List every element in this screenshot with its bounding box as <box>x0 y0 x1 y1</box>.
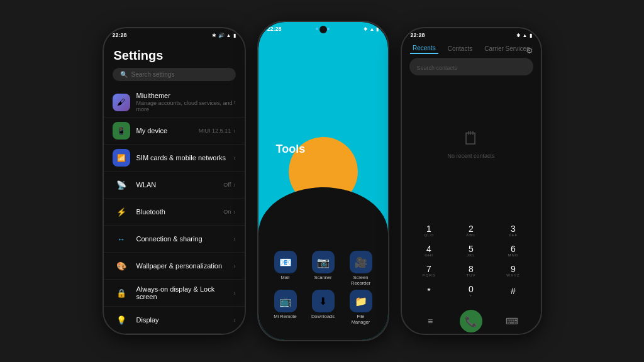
battery-icon-3: ▮ <box>530 33 532 38</box>
key-5-letters: JKL <box>467 253 475 257</box>
miuithemer-text: Miuithemer Manage accounts, cloud servic… <box>136 92 234 112</box>
app-screen-recorder[interactable]: 🎥 ScreenRecorder <box>346 251 376 286</box>
key-5-number: 5 <box>469 244 474 253</box>
dialpad-key-3[interactable]: 3 DEF <box>498 222 528 239</box>
dialpad-key-8[interactable]: 8 TUV <box>456 262 486 280</box>
miuithemer-title: Miuithemer <box>136 92 234 99</box>
wlan-icon: 📡 <box>113 176 130 194</box>
display-text: Display <box>136 316 234 324</box>
dialpad-key-star[interactable]: * <box>414 282 444 300</box>
wlan-text: WLAN <box>136 181 224 189</box>
sim-text: SIM cards & mobile networks <box>136 154 234 162</box>
device-title: My device <box>136 127 199 134</box>
phone-tabs: Recents Contacts Carrier Services <box>402 41 541 58</box>
app-scanner[interactable]: 📷 Scanner <box>308 251 338 286</box>
app-downloads[interactable]: ⬇ Downloads <box>308 290 338 325</box>
status-time-3: 22:28 <box>411 32 425 38</box>
battery-icon-2: ▮ <box>376 26 379 32</box>
key-0-letters: + <box>470 293 473 297</box>
dot-1 <box>316 28 318 30</box>
dialpad-key-2[interactable]: 2 ABC <box>456 222 486 239</box>
filemanager-icon: 📁 <box>350 290 372 312</box>
key-8-number: 8 <box>469 265 474 273</box>
miuithemer-icon: 🖌 <box>113 94 130 111</box>
dialpad-key-1[interactable]: 1 QLO <box>414 222 444 239</box>
settings-item-sim[interactable]: 📶 SIM cards & mobile networks › <box>104 145 245 172</box>
bt-icon-3: ✱ <box>516 33 521 38</box>
aod-text: Always-on display & Lock screen <box>136 285 234 300</box>
contacts-search-bar[interactable]: Search contacts <box>409 58 533 75</box>
settings-gear-icon[interactable]: ⚙ <box>526 46 533 55</box>
settings-item-connection[interactable]: ↔ Connection & sharing › <box>104 226 245 253</box>
settings-item-bluetooth[interactable]: ⚡ Bluetooth On › <box>104 199 245 226</box>
dialpad-key-4[interactable]: 4 GHI <box>414 242 444 260</box>
key-9-number: 9 <box>511 265 516 273</box>
settings-search-bar[interactable]: 🔍 Search settings <box>113 68 236 81</box>
tools-label: Tools <box>276 143 306 156</box>
tab-contacts[interactable]: Contacts <box>445 44 475 53</box>
dialpad-row-2: 4 GHI 5 JKL 6 MNO <box>408 242 535 260</box>
settings-item-mydevice[interactable]: 📱 My device MIUI 12.5.11 › <box>104 118 245 145</box>
filemanager-label: FileManager <box>352 314 370 325</box>
no-recents-text: No recent contacts <box>447 153 494 159</box>
settings-item-aod[interactable]: 🔒 Always-on display & Lock screen › <box>104 280 245 307</box>
sim-title: SIM cards & mobile networks <box>136 154 234 162</box>
search-icon: 🔍 <box>120 71 128 78</box>
dialpad-row-3: 7 PQRS 8 TUV 9 WXYZ <box>408 262 535 280</box>
aod-arrow: › <box>233 290 235 297</box>
dialpad-row-4: * 0 + # <box>408 282 535 300</box>
dialpad-key-0[interactable]: 0 + <box>456 282 486 300</box>
search-placeholder: Search settings <box>131 71 175 78</box>
sim-arrow: › <box>233 155 235 162</box>
status-icons-2: ✱ ▲ ▮ <box>364 26 379 32</box>
settings-item-wallpaper[interactable]: 🎨 Wallpaper & personalization › <box>104 253 245 280</box>
settings-item-display[interactable]: 💡 Display › <box>104 307 245 334</box>
app-mi-remote[interactable]: 📺 Mi Remote <box>270 290 301 325</box>
settings-item-wlan[interactable]: 📡 WLAN Off › <box>104 172 245 199</box>
dialpad-key-5[interactable]: 5 JKL <box>456 242 486 260</box>
key-hash-number: # <box>511 287 516 295</box>
display-arrow: › <box>233 317 235 324</box>
connection-text: Connection & sharing <box>136 235 234 243</box>
recorder-label: ScreenRecorder <box>351 275 370 286</box>
dialpad-key-9[interactable]: 9 WXYZ <box>498 262 528 280</box>
status-bar-3: 22:28 ✱ ▲ ▮ <box>402 28 541 41</box>
key-2-letters: ABC <box>466 233 475 237</box>
status-icons-1: ✱ 🔊 ▲ ▮ <box>212 33 236 38</box>
key-8-letters: TUV <box>467 273 476 277</box>
aod-icon: 🔒 <box>113 284 130 302</box>
phone-settings: 22:28 ✱ 🔊 ▲ ▮ Settings 🔍 Search settings… <box>103 27 246 335</box>
key-4-letters: GHI <box>425 253 433 257</box>
dialpad-key-hash[interactable]: # <box>498 282 528 300</box>
menu-button[interactable]: ≡ <box>415 312 445 330</box>
signal-icon-2: ▲ <box>370 26 375 32</box>
dialpad-key-7[interactable]: 7 PQRS <box>414 262 444 280</box>
app-file-manager[interactable]: 📁 FileManager <box>346 290 376 325</box>
battery-icon: ▮ <box>233 33 236 38</box>
scanner-label: Scanner <box>314 275 332 280</box>
device-arrow: › <box>233 128 235 134</box>
menu-icon: ≡ <box>428 316 433 326</box>
dialpad-key-6[interactable]: 6 MNO <box>498 242 528 260</box>
call-button[interactable]: 📞 <box>460 310 482 332</box>
keyboard-button[interactable]: ⌨ <box>497 312 527 330</box>
tab-recents[interactable]: Recents <box>410 43 438 54</box>
remote-label: Mi Remote <box>274 314 296 319</box>
phone-home: 22:28 ✱ ▲ ▮ Tools 📧 Mail <box>257 21 389 341</box>
wifi-icon: ▲ <box>226 33 231 38</box>
key-7-letters: PQRS <box>422 273 435 277</box>
bluetooth-value: On <box>223 209 231 215</box>
key-9-letters: WXYZ <box>506 273 519 277</box>
signal-icon: 🔊 <box>218 33 225 38</box>
tab-carrier-services[interactable]: Carrier Services <box>482 44 532 53</box>
wallpaper-text: Wallpaper & personalization <box>136 262 234 270</box>
wallpaper-icon: 🎨 <box>113 257 130 275</box>
settings-item-miuithemer[interactable]: 🖌 Miuithemer Manage accounts, cloud serv… <box>104 87 245 118</box>
dialpad: 1 QLO 2 ABC 3 DEF 4 GHI 5 <box>402 219 541 307</box>
device-value: MIUI 12.5.11 <box>199 128 231 134</box>
recorder-icon: 🎥 <box>350 251 372 273</box>
device-text: My device <box>136 127 199 134</box>
app-mail[interactable]: 📧 Mail <box>270 251 301 286</box>
wlan-value: Off <box>223 182 231 188</box>
miuithemer-arrow: › <box>233 99 235 106</box>
